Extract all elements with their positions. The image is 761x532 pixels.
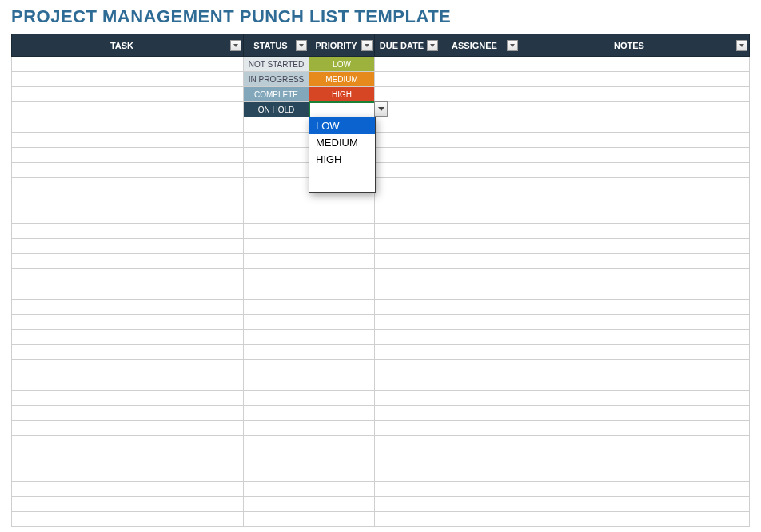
cell-empty[interactable] [520, 406, 750, 421]
cell-task[interactable] [12, 72, 244, 87]
cell-priority[interactable]: HIGH [309, 87, 375, 102]
cell-empty[interactable] [440, 330, 520, 345]
cell-due[interactable] [375, 87, 440, 102]
cell-empty[interactable] [375, 133, 440, 148]
cell-empty[interactable] [375, 330, 440, 345]
cell-empty[interactable] [440, 117, 520, 133]
cell-empty[interactable] [440, 512, 520, 527]
cell-empty[interactable] [520, 512, 750, 527]
filter-icon[interactable] [427, 40, 438, 51]
cell-empty[interactable] [375, 345, 440, 360]
cell-empty[interactable] [309, 254, 375, 269]
cell-empty[interactable] [520, 117, 750, 133]
cell-empty[interactable] [244, 193, 309, 208]
cell-empty[interactable] [375, 512, 440, 527]
cell-empty[interactable] [244, 239, 309, 254]
cell-status[interactable]: ON HOLD [244, 102, 309, 117]
cell-empty[interactable] [12, 284, 244, 300]
cell-empty[interactable] [440, 421, 520, 436]
cell-empty[interactable] [440, 482, 520, 497]
cell-empty[interactable] [12, 148, 244, 163]
cell-empty[interactable] [309, 421, 375, 436]
cell-status[interactable]: NOT STARTED [244, 57, 309, 72]
cell-empty[interactable] [12, 451, 244, 466]
cell-empty[interactable] [309, 208, 375, 224]
cell-empty[interactable] [244, 284, 309, 300]
cell-empty[interactable] [309, 512, 375, 527]
dropdown-toggle-icon[interactable] [374, 101, 388, 117]
cell-due[interactable] [375, 57, 440, 72]
cell-empty[interactable] [375, 148, 440, 163]
cell-empty[interactable] [12, 193, 244, 208]
cell-empty[interactable] [309, 269, 375, 284]
cell-empty[interactable] [440, 148, 520, 163]
cell-assignee[interactable] [440, 102, 520, 117]
cell-empty[interactable] [244, 269, 309, 284]
cell-empty[interactable] [520, 193, 750, 208]
cell-empty[interactable] [309, 300, 375, 315]
cell-empty[interactable] [244, 406, 309, 421]
cell-empty[interactable] [12, 254, 244, 269]
header-notes[interactable]: NOTES [520, 34, 750, 57]
cell-empty[interactable] [520, 436, 750, 451]
cell-empty[interactable] [520, 497, 750, 512]
cell-empty[interactable] [309, 497, 375, 512]
cell-empty[interactable] [12, 391, 244, 406]
cell-empty[interactable] [244, 375, 309, 391]
cell-empty[interactable] [244, 117, 309, 133]
cell-empty[interactable] [440, 254, 520, 269]
cell-empty[interactable] [440, 163, 520, 178]
filter-icon[interactable] [361, 40, 373, 51]
cell-empty[interactable] [12, 497, 244, 512]
cell-empty[interactable] [520, 360, 750, 375]
cell-empty[interactable] [12, 330, 244, 345]
cell-empty[interactable] [440, 391, 520, 406]
cell-empty[interactable] [375, 451, 440, 466]
cell-empty[interactable] [375, 269, 440, 284]
cell-empty[interactable] [12, 512, 244, 527]
cell-empty[interactable] [440, 300, 520, 315]
cell-empty[interactable] [440, 208, 520, 224]
cell-empty[interactable] [244, 224, 309, 239]
cell-empty[interactable] [520, 466, 750, 482]
cell-empty[interactable] [244, 421, 309, 436]
cell-empty[interactable] [520, 345, 750, 360]
cell-empty[interactable] [375, 421, 440, 436]
cell-empty[interactable] [375, 117, 440, 133]
cell-empty[interactable] [309, 284, 375, 300]
cell-empty[interactable] [375, 315, 440, 330]
cell-empty[interactable] [244, 315, 309, 330]
cell-empty[interactable] [244, 330, 309, 345]
cell-empty[interactable] [12, 133, 244, 148]
cell-empty[interactable] [244, 482, 309, 497]
cell-empty[interactable] [12, 178, 244, 193]
cell-empty[interactable] [520, 208, 750, 224]
cell-empty[interactable] [12, 421, 244, 436]
cell-empty[interactable] [244, 178, 309, 193]
cell-empty[interactable] [520, 330, 750, 345]
cell-empty[interactable] [375, 375, 440, 391]
header-due[interactable]: DUE DATE [375, 34, 440, 57]
cell-empty[interactable] [12, 436, 244, 451]
cell-empty[interactable] [244, 436, 309, 451]
cell-notes[interactable] [520, 87, 750, 102]
filter-icon[interactable] [736, 40, 747, 51]
cell-empty[interactable] [309, 224, 375, 239]
cell-empty[interactable] [440, 133, 520, 148]
cell-empty[interactable] [375, 482, 440, 497]
cell-empty[interactable] [375, 406, 440, 421]
cell-empty[interactable] [440, 178, 520, 193]
cell-empty[interactable] [520, 391, 750, 406]
cell-empty[interactable] [440, 224, 520, 239]
header-assignee[interactable]: ASSIGNEE [440, 34, 520, 57]
cell-task[interactable] [12, 87, 244, 102]
cell-empty[interactable] [520, 163, 750, 178]
cell-empty[interactable] [244, 254, 309, 269]
cell-empty[interactable] [309, 451, 375, 466]
cell-empty[interactable] [12, 466, 244, 482]
cell-empty[interactable] [244, 300, 309, 315]
filter-icon[interactable] [296, 40, 307, 51]
cell-empty[interactable] [375, 208, 440, 224]
cell-empty[interactable] [12, 224, 244, 239]
cell-empty[interactable] [244, 512, 309, 527]
